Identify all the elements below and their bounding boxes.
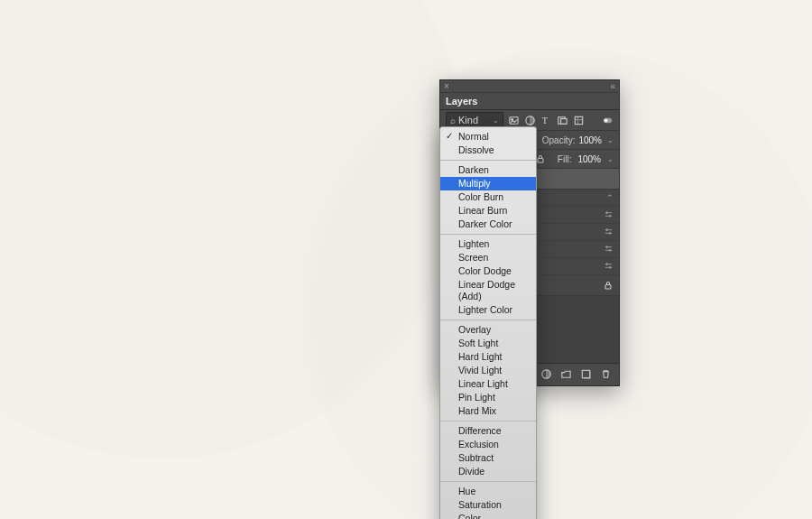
- panel-titlebar: × «: [440, 80, 619, 93]
- filter-adjust-icon[interactable]: [524, 115, 536, 126]
- blend-mode-option[interactable]: Subtract: [440, 451, 536, 465]
- blend-mode-option[interactable]: Exclusion: [440, 438, 536, 451]
- opacity-label: Opacity:: [542, 135, 576, 145]
- blend-mode-option[interactable]: Hard Light: [440, 350, 536, 364]
- svg-point-23: [606, 246, 608, 247]
- blend-mode-option[interactable]: Saturation: [440, 498, 536, 512]
- panel-tabrow: Layers: [440, 93, 619, 110]
- fill-value[interactable]: 100%: [577, 154, 601, 164]
- blend-mode-option[interactable]: Lighten: [440, 237, 536, 251]
- collapse-icon[interactable]: «: [610, 81, 615, 91]
- blend-mode-option[interactable]: Difference: [440, 424, 536, 438]
- blend-mode-option[interactable]: Screen: [440, 251, 536, 264]
- close-icon[interactable]: ×: [444, 82, 449, 91]
- slider-icon[interactable]: [604, 261, 614, 273]
- svg-point-11: [604, 118, 608, 122]
- blend-mode-option[interactable]: Color Burn: [440, 190, 536, 204]
- slider-icon[interactable]: [604, 227, 614, 238]
- trash-icon[interactable]: [600, 368, 612, 382]
- chevron-down-icon: ⌄: [493, 116, 499, 125]
- svg-point-25: [606, 263, 608, 264]
- blend-mode-option[interactable]: Vivid Light: [440, 364, 536, 377]
- group-icon[interactable]: [560, 368, 572, 382]
- blend-mode-option[interactable]: Linear Light: [440, 377, 536, 391]
- blend-mode-option[interactable]: Dissolve: [440, 144, 536, 157]
- svg-rect-32: [582, 370, 589, 377]
- blend-mode-option[interactable]: Divide: [440, 465, 536, 478]
- chevron-down-icon[interactable]: ⌄: [607, 136, 614, 144]
- svg-rect-15: [538, 159, 543, 163]
- svg-point-20: [609, 215, 611, 217]
- blend-mode-option[interactable]: Soft Light: [440, 337, 536, 350]
- lock-icon: [603, 280, 614, 291]
- blend-mode-option[interactable]: Multiply: [440, 177, 536, 190]
- svg-rect-8: [561, 118, 567, 124]
- blend-mode-option[interactable]: Linear Dodge (Add): [440, 278, 536, 303]
- blend-mode-option[interactable]: Overlay: [440, 323, 536, 337]
- fill-label: Fill:: [558, 154, 572, 164]
- kind-label: Kind: [458, 115, 478, 125]
- svg-point-19: [606, 211, 608, 213]
- blend-mode-option[interactable]: Darken: [440, 163, 536, 177]
- chevron-up-icon[interactable]: ⌃: [606, 193, 614, 202]
- blend-mode-option[interactable]: Hard Mix: [440, 404, 536, 418]
- blend-mode-option[interactable]: Darker Color: [440, 218, 536, 231]
- tab-layers[interactable]: Layers: [446, 96, 477, 107]
- filter-pixel-icon[interactable]: [508, 115, 520, 126]
- svg-text:T: T: [542, 116, 549, 125]
- blend-mode-option[interactable]: Color: [440, 512, 536, 519]
- slider-icon[interactable]: [604, 209, 614, 221]
- blend-mode-option[interactable]: Normal: [440, 130, 536, 144]
- blend-mode-option[interactable]: Pin Light: [440, 391, 536, 404]
- blend-mode-option[interactable]: Hue: [440, 485, 536, 498]
- svg-rect-27: [605, 285, 611, 290]
- new-layer-icon[interactable]: [580, 368, 592, 382]
- svg-rect-9: [575, 116, 582, 124]
- blend-mode-option[interactable]: Linear Burn: [440, 204, 536, 218]
- adjustment-icon[interactable]: [540, 368, 552, 382]
- search-icon: ⌕: [450, 116, 456, 125]
- svg-point-21: [606, 228, 608, 230]
- chevron-down-icon[interactable]: ⌄: [607, 155, 614, 163]
- slider-icon[interactable]: [604, 244, 614, 255]
- filter-type-icon[interactable]: T: [540, 115, 552, 126]
- blend-mode-option[interactable]: Lighter Color: [440, 303, 536, 317]
- filter-toggle-icon[interactable]: [602, 115, 614, 126]
- svg-point-24: [609, 249, 611, 251]
- opacity-value[interactable]: 100%: [578, 135, 602, 145]
- blend-mode-dropdown[interactable]: NormalDissolveDarkenMultiplyColor BurnLi…: [439, 126, 537, 519]
- filter-shape-icon[interactable]: [557, 115, 568, 126]
- filter-smart-icon[interactable]: [573, 115, 585, 126]
- blend-mode-option[interactable]: Color Dodge: [440, 264, 536, 278]
- svg-point-26: [609, 266, 611, 268]
- svg-point-22: [609, 232, 611, 234]
